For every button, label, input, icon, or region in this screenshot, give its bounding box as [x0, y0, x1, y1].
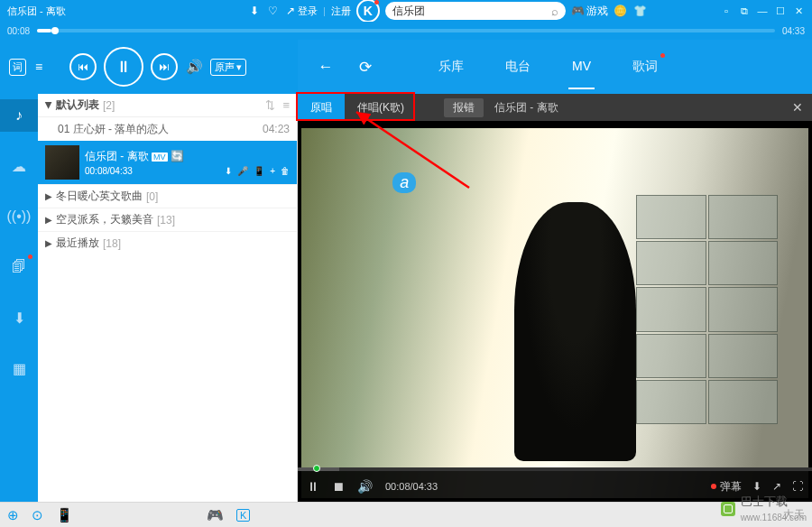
back-icon[interactable]: ←	[314, 58, 337, 76]
tab-radio[interactable]: 电台	[505, 53, 531, 80]
sidenav-radio-icon[interactable]: ((•))	[0, 200, 38, 233]
next-track-button[interactable]: ⏭	[151, 53, 178, 80]
login-link[interactable]: 登录	[298, 5, 318, 18]
coin-icon[interactable]: 🪙	[614, 4, 628, 18]
gamepad-icon[interactable]: 🎮	[207, 507, 224, 523]
video-frame: a	[301, 128, 808, 498]
playlist-header[interactable]: ▶ 默认列表 [2] ⇅ ≡	[38, 94, 297, 117]
window-controls: ▫ ⧉ — ☐ ✕	[718, 5, 807, 17]
notification-dot-icon	[660, 53, 665, 58]
tab-lyrics-label: 歌词	[632, 59, 658, 73]
report-error-button[interactable]: 报错	[444, 98, 484, 117]
play-pause-button[interactable]: ⏸	[104, 47, 143, 87]
maximize-icon[interactable]: ☐	[772, 5, 789, 17]
sidenav-music-icon[interactable]: ♪	[0, 99, 38, 132]
sort-icon[interactable]: ⇅	[265, 98, 275, 112]
mv-tab-original[interactable]: 原唱	[298, 94, 345, 121]
add-playlist-icon[interactable]: ⊕	[7, 507, 19, 523]
album-thumbnail	[45, 145, 79, 180]
mv-tab-karaoke[interactable]: 伴唱(K歌)	[345, 94, 417, 121]
voice-mode-dropdown[interactable]: 原声 ▾	[210, 59, 246, 76]
playlist-title: 默认列表	[56, 97, 99, 113]
sidenav-history-icon[interactable]: 🗐	[0, 251, 38, 283]
phone-icon[interactable]: 📱	[254, 166, 264, 176]
danmu-toggle[interactable]: 弹幕	[711, 479, 742, 495]
video-player[interactable]: a ⏸ ⏹ 🔊 00:08/04:33 弹幕 ⬇ ↗ ⛶	[298, 121, 812, 502]
add-icon[interactable]: +	[270, 166, 275, 176]
similar-icon[interactable]: 🔄	[171, 150, 184, 162]
collapse-icon: ▶	[45, 215, 52, 225]
now-playing-title: 信乐团 - 离歌	[7, 5, 66, 18]
share-icon[interactable]: ↗	[283, 4, 298, 18]
refresh-icon[interactable]: ⟳	[354, 58, 377, 77]
download-icon[interactable]: ⬇	[247, 4, 262, 18]
k-icon[interactable]: K	[236, 509, 250, 522]
sidenav-download-icon[interactable]: ⬇	[0, 301, 38, 334]
game-button[interactable]: 🎮游戏	[571, 4, 608, 19]
main-body: ♪ ☁ ((•)) 🗐 ⬇ ▦ ▶ 默认列表 [2] ⇅ ≡ 01 庄心妍 - …	[0, 94, 812, 502]
track-title: 庄心妍 - 落单的恋人	[73, 123, 170, 135]
progress-slider[interactable]	[37, 29, 775, 32]
volume-icon[interactable]: 🔊	[187, 60, 201, 74]
group-title: 冬日暖心英文歌曲	[56, 189, 143, 204]
title-bar: 信乐团 - 离歌 ⬇ ♡ ↗ 登录 | 注册 K ⌕ 🎮游戏 🪙 👕 ▫ ⧉ —…	[0, 0, 812, 22]
playlist-panel: ▶ 默认列表 [2] ⇅ ≡ 01 庄心妍 - 落单的恋人 04:23 信乐团 …	[38, 94, 298, 502]
site-watermark: 巴士下载 www.11684.com	[721, 494, 807, 523]
video-watermark-badge: a	[392, 172, 416, 193]
tab-mv[interactable]: MV	[572, 53, 591, 80]
compact-icon[interactable]: ⧉	[736, 5, 752, 17]
video-play-pause-button[interactable]: ⏸	[307, 479, 319, 494]
progress-current-time: 00:08	[7, 26, 30, 36]
locate-icon[interactable]: ⊙	[32, 507, 43, 523]
sidenav-cloud-icon[interactable]: ☁	[0, 150, 38, 182]
track-row-playing[interactable]: 信乐团 - 离歌 MV 🔄 00:08/04:33 ⬇ 🎤 📱 + 🗑	[38, 141, 297, 184]
minimize-icon[interactable]: —	[754, 5, 770, 17]
video-stop-button[interactable]: ⏹	[332, 479, 345, 494]
search-input[interactable]	[392, 5, 537, 17]
watermark-url: www.11684.com	[741, 513, 807, 522]
delete-icon[interactable]: 🗑	[281, 166, 290, 176]
track-row[interactable]: 01 庄心妍 - 落单的恋人 04:23	[38, 117, 297, 141]
sidenav-apps-icon[interactable]: ▦	[0, 352, 38, 384]
menu-icon[interactable]: ≡	[282, 98, 290, 112]
danmu-label: 弹幕	[720, 479, 742, 495]
lyric-button[interactable]: 词	[9, 59, 26, 76]
collapse-icon: ▶	[45, 191, 52, 201]
prev-track-button[interactable]: ⏮	[69, 53, 97, 80]
video-subject-silhouette	[514, 202, 636, 461]
mic-icon[interactable]: 🎤	[237, 166, 248, 176]
favorite-icon[interactable]: ♡	[265, 4, 280, 18]
playlist-count: [2]	[103, 99, 115, 112]
phone-sync-icon[interactable]: 📱	[56, 507, 73, 523]
tab-mv-label: MV	[572, 59, 591, 73]
playlist-group[interactable]: ▶ 空灵派系，天籁美音 [13]	[38, 208, 297, 231]
download-track-icon[interactable]: ⬇	[225, 166, 232, 176]
search-icon[interactable]: ⌕	[551, 5, 558, 18]
playlist-group[interactable]: ▶ 冬日暖心英文歌曲 [0]	[38, 184, 297, 208]
close-icon[interactable]: ✕	[790, 5, 807, 17]
tab-library[interactable]: 乐库	[438, 53, 464, 80]
video-fullscreen-icon[interactable]: ⛶	[792, 480, 803, 493]
group-count: [18]	[103, 237, 121, 250]
video-volume-icon[interactable]: 🔊	[357, 479, 373, 494]
content-area: ← ⟳ 乐库 电台 MV 歌词 原唱 伴唱(K歌) 报错 信乐团 - 离歌 ✕	[298, 94, 812, 502]
content-nav: ← ⟳ 乐库 电台 MV 歌词	[298, 40, 812, 94]
playlist-group[interactable]: ▶ 最近播放 [18]	[38, 231, 297, 254]
register-link[interactable]: 注册	[331, 5, 351, 18]
search-input-wrap: ⌕	[385, 2, 566, 20]
equalizer-icon[interactable]: ≡	[35, 60, 42, 74]
tab-lyrics[interactable]: 歌词	[632, 53, 658, 80]
progress-total-time: 04:33	[782, 26, 805, 36]
mini-mode-icon[interactable]: ▫	[718, 5, 734, 17]
mv-badge[interactable]: MV	[152, 153, 168, 162]
video-share-icon[interactable]: ↗	[772, 480, 781, 493]
video-progress-slider[interactable]	[298, 467, 812, 471]
video-download-icon[interactable]: ⬇	[752, 480, 761, 493]
game-label: 游戏	[586, 4, 608, 19]
notification-dot-icon	[28, 254, 32, 259]
danmu-dot-icon	[711, 484, 716, 489]
app-logo-icon[interactable]: K	[356, 0, 380, 23]
shirt-icon[interactable]: 👕	[633, 4, 648, 18]
close-mv-icon[interactable]: ✕	[792, 100, 803, 115]
progress-bar-row: 00:08 04:33	[0, 22, 812, 40]
